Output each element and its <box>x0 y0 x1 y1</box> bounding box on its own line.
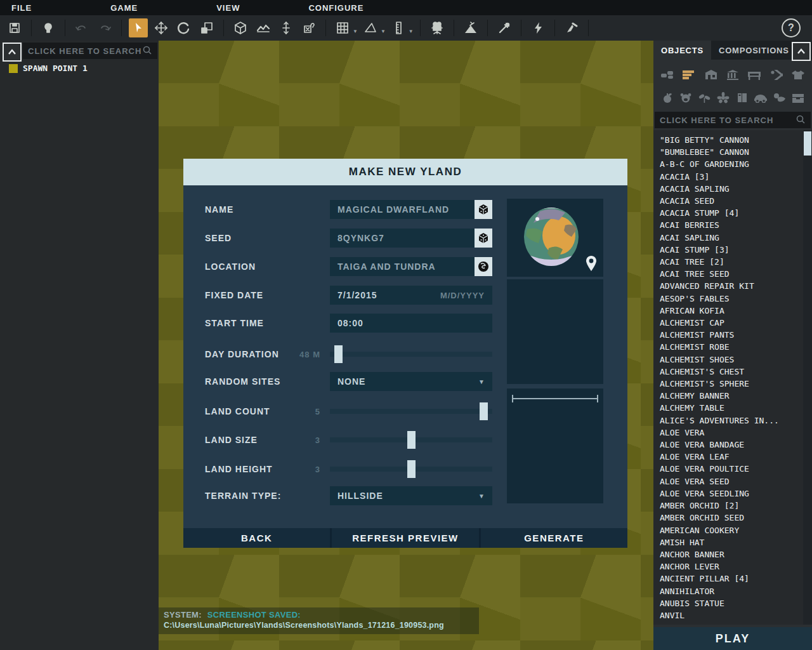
category-list-icon[interactable] <box>681 68 697 82</box>
day-duration-slider[interactable] <box>330 345 492 364</box>
hierarchy-search-input[interactable]: CLICK HERE TO SEARCH <box>23 43 157 59</box>
object-list-item[interactable]: AMISH HAT <box>660 536 803 548</box>
list-item-spawn-point[interactable]: SPAWN POINT 1 <box>9 63 88 73</box>
object-list-item[interactable]: ANCHOR LEVER <box>660 560 803 573</box>
object-list-item[interactable]: ALOE VERA LEAF <box>660 451 803 463</box>
menu-configure[interactable]: CONFIGURE <box>299 3 372 13</box>
fixed-date-input[interactable]: 7/1/2015 M/D/YYYY <box>330 286 492 305</box>
pick-location-button[interactable] <box>475 257 492 276</box>
rotate-tool-icon[interactable] <box>174 18 193 37</box>
redo-icon[interactable] <box>95 18 114 37</box>
category-tools-icon[interactable] <box>769 68 784 82</box>
object-list-item[interactable]: ADVANCED REPAIR KIT <box>660 280 803 292</box>
bulb-icon[interactable] <box>39 18 58 37</box>
menu-game[interactable]: GAME <box>102 3 147 13</box>
save-icon[interactable] <box>5 18 24 37</box>
category-terrain-blocks-icon[interactable] <box>660 68 675 82</box>
object-list-item[interactable]: ALOE VERA SEEDLING <box>660 488 803 500</box>
terrain-pick-icon[interactable] <box>461 18 480 37</box>
object-list-item[interactable]: ACAI BERRIES <box>660 219 803 231</box>
object-list-item[interactable]: ANCHOR BANNER <box>660 548 803 560</box>
select-tool-icon[interactable] <box>129 18 148 37</box>
objects-search-input[interactable]: CLICK HERE TO SEARCH <box>655 112 811 128</box>
remove-marker-icon[interactable] <box>299 18 318 37</box>
tab-compositions[interactable]: COMPOSITIONS <box>711 41 797 60</box>
grid-icon[interactable] <box>333 18 352 37</box>
objects-list[interactable]: "BIG BETTY" CANNON"BUMBLEBEE" CANNONA-B-… <box>653 130 803 625</box>
object-list-item[interactable]: ACACIA SEED <box>660 195 803 207</box>
category-animals-icon[interactable] <box>678 91 693 105</box>
object-list-item[interactable]: AESOP'S FABLES <box>660 293 803 305</box>
category-clothing-icon[interactable] <box>790 68 806 82</box>
object-list-item[interactable]: ALICE'S ADVENTURES IN... <box>660 415 803 427</box>
object-list-item[interactable]: "BUMBLEBEE" CANNON <box>660 146 803 158</box>
cube-icon[interactable] <box>231 18 250 37</box>
back-button[interactable]: BACK <box>183 528 330 548</box>
category-vehicles-icon[interactable] <box>753 91 768 105</box>
land-count-handle[interactable] <box>480 402 488 420</box>
object-list-item[interactable]: ALCHEMIST'S CHEST <box>660 366 803 378</box>
angle-dropdown-icon[interactable]: ▼ <box>381 29 386 34</box>
menu-view[interactable]: VIEW <box>207 3 249 13</box>
object-list-item[interactable]: ALCHEMIST SHOES <box>660 354 803 366</box>
brush-icon[interactable] <box>562 18 581 37</box>
ruler-dropdown-icon[interactable]: ▼ <box>409 29 414 34</box>
angle-icon[interactable] <box>361 18 380 37</box>
object-list-item[interactable]: ACACIA STUMP [4] <box>660 207 803 219</box>
generate-button[interactable]: GENERATE <box>481 528 627 548</box>
category-monuments-icon[interactable] <box>725 68 740 82</box>
category-grab-icon[interactable] <box>772 91 787 105</box>
object-list-item[interactable]: ALOE VERA <box>660 427 803 439</box>
object-list-item[interactable]: ALCHEMY BANNER <box>660 390 803 402</box>
land-size-slider[interactable] <box>330 430 492 449</box>
object-list-item[interactable]: A-B-C OF GARDENING <box>660 158 803 170</box>
land-count-slider[interactable] <box>330 402 492 421</box>
refresh-preview-button[interactable]: REFRESH PREVIEW <box>332 528 478 548</box>
object-list-item[interactable]: ALCHEMIST'S SPHERE <box>660 378 803 390</box>
object-list-item[interactable]: ALCHEMIST ROBE <box>660 341 803 353</box>
category-books-icon[interactable] <box>735 91 750 105</box>
land-count-track[interactable] <box>330 409 492 414</box>
globe-preview[interactable] <box>507 199 603 277</box>
randomize-seed-button[interactable] <box>475 229 492 248</box>
left-panel-collapse-button[interactable] <box>3 43 22 62</box>
object-list-item[interactable]: ANCIENT PILLAR [4] <box>660 573 803 585</box>
seed-input[interactable]: 8QYNKG7 <box>330 229 475 248</box>
object-list-item[interactable]: "BIG BETTY" CANNON <box>660 134 803 146</box>
object-list-item[interactable]: ACACIA SAPLING <box>660 183 803 195</box>
object-list-item[interactable]: ACAI TREE SEED <box>660 268 803 280</box>
category-food-icon[interactable] <box>660 91 675 105</box>
tab-objects[interactable]: OBJECTS <box>653 41 711 60</box>
randomize-name-button[interactable] <box>475 200 492 219</box>
category-plants-icon[interactable] <box>697 91 712 105</box>
objects-scrollbar[interactable] <box>803 130 812 625</box>
day-duration-handle[interactable] <box>334 345 343 363</box>
day-duration-track[interactable] <box>330 352 492 357</box>
grid-dropdown-icon[interactable]: ▼ <box>353 29 358 34</box>
help-button[interactable]: ? <box>782 18 801 37</box>
eyedropper-icon[interactable] <box>495 18 514 37</box>
location-input[interactable]: TAIGA AND TUNDRA <box>330 257 475 276</box>
object-list-item[interactable]: ACACIA [3] <box>660 171 803 183</box>
object-list-item[interactable]: AFRICAN KOFIA <box>660 305 803 317</box>
land-size-handle[interactable] <box>407 431 416 449</box>
play-button[interactable]: PLAY <box>653 627 812 650</box>
object-list-item[interactable]: ALCHEMIST PANTS <box>660 329 803 341</box>
lightning-icon[interactable] <box>528 18 547 37</box>
terrain-type-select[interactable]: HILLSIDE ▼ <box>330 486 492 505</box>
preview-zoom-slider[interactable] <box>512 395 598 402</box>
right-panel-collapse-button[interactable] <box>792 42 811 61</box>
camera-icon[interactable] <box>428 18 447 37</box>
object-list-item[interactable]: AMBER ORCHID [2] <box>660 500 803 512</box>
random-sites-select[interactable]: NONE ▼ <box>330 372 492 391</box>
axis-move-icon[interactable] <box>277 18 296 37</box>
move-tool-icon[interactable] <box>152 18 171 37</box>
object-list-item[interactable]: ALOE VERA SEED <box>660 475 803 488</box>
object-list-item[interactable]: ACAI SAPLING <box>660 232 803 244</box>
object-list-item[interactable]: ALOE VERA BANDAGE <box>660 439 803 451</box>
object-list-item[interactable]: ACAI TREE [2] <box>660 256 803 268</box>
start-time-input[interactable]: 08:00 <box>330 314 492 333</box>
category-containers-icon[interactable] <box>790 91 806 105</box>
land-height-handle[interactable] <box>407 460 416 478</box>
object-list-item[interactable]: ALCHEMIST CAP <box>660 317 803 329</box>
